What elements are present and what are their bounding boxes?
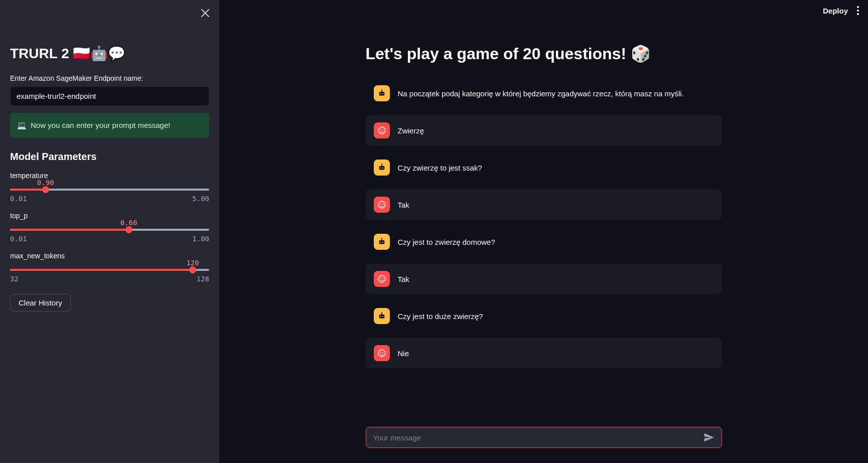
svg-rect-21: [381, 239, 382, 240]
svg-rect-18: [379, 240, 384, 244]
message-text: Tak: [398, 275, 409, 283]
message-text: Czy jest to duże zwierzę?: [398, 312, 483, 321]
kebab-menu-icon[interactable]: [855, 4, 861, 17]
user-avatar-icon: [374, 345, 390, 361]
svg-point-16: [380, 204, 381, 205]
chat-title: Let's play a game of 20 questions! 🎲: [366, 44, 722, 63]
svg-point-9: [382, 129, 383, 130]
svg-point-30: [381, 312, 382, 313]
svg-point-20: [382, 242, 383, 243]
bot-message: Czy jest to duże zwierzę?: [366, 301, 722, 331]
param-max-tokens: max_new_tokens 120 32 128: [10, 252, 209, 283]
user-message: Tak: [366, 190, 722, 220]
svg-point-25: [382, 278, 383, 279]
svg-point-33: [382, 352, 383, 353]
svg-point-32: [380, 352, 381, 353]
laptop-icon: 💻: [17, 121, 27, 130]
max-tokens-slider[interactable]: 120: [10, 269, 209, 271]
svg-point-11: [380, 168, 381, 169]
main: Deploy Let's play a game of 20 questions…: [219, 0, 868, 463]
svg-point-22: [381, 238, 382, 239]
user-message: Nie: [366, 338, 722, 368]
message-text: Czy zwierzę to jest ssak?: [398, 164, 482, 172]
bot-avatar-icon: [374, 308, 390, 324]
message-text: Na początek podaj kategorię w której będ…: [398, 89, 684, 98]
bot-message: Na początek podaj kategorię w której będ…: [366, 78, 722, 108]
message-text: Zwierzę: [398, 126, 424, 135]
chat-input-row: [366, 427, 722, 448]
svg-point-17: [382, 204, 383, 205]
user-message: Tak: [366, 264, 722, 294]
bot-avatar-icon: [374, 160, 390, 176]
user-message: Zwierzę: [366, 115, 722, 145]
svg-point-24: [380, 278, 381, 279]
svg-point-3: [380, 93, 381, 94]
user-avatar-icon: [374, 122, 390, 138]
message-text: Nie: [398, 349, 409, 358]
svg-point-8: [380, 129, 381, 130]
svg-rect-10: [379, 166, 384, 170]
info-banner: 💻 Now you can enter your prompt message!: [10, 113, 209, 138]
endpoint-input[interactable]: [10, 86, 209, 106]
bot-message: Czy jest to zwierzę domowe?: [366, 227, 722, 257]
info-text: Now you can enter your prompt message!: [31, 121, 170, 129]
svg-point-4: [382, 93, 383, 94]
deploy-button[interactable]: Deploy: [823, 7, 848, 15]
top-p-slider[interactable]: 0.60: [10, 229, 209, 231]
send-icon[interactable]: [701, 430, 716, 445]
param-temperature: temperature 0.90 0.01 5.00: [10, 172, 209, 203]
svg-point-31: [378, 350, 385, 357]
svg-rect-26: [379, 315, 384, 319]
bot-avatar-icon: [374, 234, 390, 250]
svg-point-23: [378, 275, 385, 282]
params-header: Model Parameters: [10, 151, 209, 163]
close-icon[interactable]: [198, 6, 212, 20]
endpoint-label: Enter Amazon SageMaker Endpoint name:: [10, 74, 209, 82]
message-text: Tak: [398, 201, 409, 209]
topbar: Deploy: [823, 4, 861, 17]
svg-rect-13: [381, 165, 382, 166]
svg-point-7: [378, 127, 385, 134]
bot-avatar-icon: [374, 85, 390, 101]
svg-rect-5: [381, 90, 382, 92]
param-top-p: top_p 0.60 0.01 1.00: [10, 212, 209, 243]
chat-input[interactable]: [373, 433, 701, 442]
svg-point-15: [378, 201, 385, 208]
chat-area: Let's play a game of 20 questions! 🎲 Na …: [366, 44, 722, 427]
svg-point-12: [382, 168, 383, 169]
svg-point-28: [382, 316, 383, 317]
clear-history-button[interactable]: Clear History: [10, 294, 71, 312]
temperature-slider[interactable]: 0.90: [10, 189, 209, 191]
svg-point-19: [380, 242, 381, 243]
sidebar: TRURL 2 🇵🇱🤖💬 Enter Amazon SageMaker Endp…: [0, 0, 219, 463]
app-title: TRURL 2 🇵🇱🤖💬: [10, 45, 209, 62]
svg-rect-29: [381, 313, 382, 315]
user-avatar-icon: [374, 271, 390, 287]
bot-message: Czy zwierzę to jest ssak?: [366, 152, 722, 183]
svg-point-6: [381, 89, 382, 90]
svg-point-27: [380, 316, 381, 317]
user-avatar-icon: [374, 197, 390, 213]
message-text: Czy jest to zwierzę domowe?: [398, 238, 495, 246]
svg-rect-2: [379, 92, 384, 96]
svg-point-14: [381, 164, 382, 165]
